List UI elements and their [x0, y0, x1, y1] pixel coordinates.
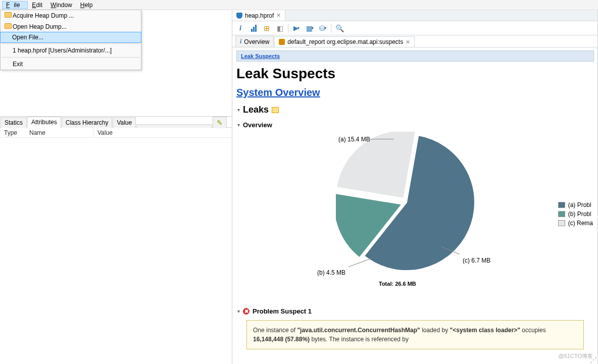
legend-label: (b) Probl — [568, 211, 591, 218]
page-title: Leak Suspects — [236, 66, 594, 82]
search-icon[interactable]: 🔍 — [334, 23, 344, 33]
pie-label-c: (c) 6.7 MB — [463, 257, 490, 264]
pie-chart: (a) 15.4 MB (b) 4.5 MB (c) 6.7 MB Total:… — [237, 132, 593, 301]
close-icon[interactable]: ✕ — [276, 12, 281, 19]
tab-class-hierarchy[interactable]: Class Hierarchy — [62, 117, 113, 128]
editor-area: heap.hprof ✕ i ⊞ ◧ ▶▾ ▦▾ ⛁▾ 🔍 i Overview… — [232, 10, 598, 364]
pie-label-a: (a) 15.4 MB — [338, 136, 370, 143]
resize-grip[interactable]: ⋰ — [590, 356, 596, 364]
section-overview-title: Overview — [243, 121, 272, 129]
twisty-icon[interactable]: ▾ — [237, 107, 240, 113]
section-problem-title: Problem Suspect 1 — [253, 307, 312, 315]
editor-tab-label: heap.hprof — [245, 12, 274, 19]
tab-overview[interactable]: i Overview — [235, 36, 274, 47]
pie-legend: (a) Probl (b) Probl (c) Rema — [558, 201, 593, 229]
tab-attributes[interactable]: Attributes — [27, 117, 61, 128]
editor-tabs: heap.hprof ✕ — [232, 10, 598, 21]
info-icon: i — [240, 38, 241, 45]
menu-open-heap-dump[interactable]: Open Heap Dump... — [1, 21, 141, 32]
menu-item-label: 1 heap.hprof [Users/Administrator/...] — [13, 47, 112, 54]
col-name[interactable]: Name — [25, 128, 93, 138]
col-value[interactable]: Value — [93, 128, 232, 138]
histogram-icon[interactable] — [248, 23, 259, 33]
menu-item-label: Exit — [13, 61, 23, 68]
swatch-b — [558, 211, 565, 217]
heap-icon — [236, 13, 242, 19]
editor-tab-heap[interactable]: heap.hprof ✕ — [232, 10, 285, 21]
tab-default-report[interactable]: default_report org.eclipse.mat.api:suspe… — [274, 36, 415, 47]
suspect-description: One instance of "java.util.concurrent.Co… — [246, 320, 584, 349]
tab-value[interactable]: Value — [113, 117, 136, 128]
menu-window[interactable]: Window — [46, 1, 76, 9]
breadcrumb: Leak Suspects — [236, 50, 594, 62]
tab-statics[interactable]: Statics — [1, 117, 27, 128]
legend-label: (c) Rema — [568, 220, 593, 227]
tab-label: default_report org.eclipse.mat.api:suspe… — [287, 38, 403, 45]
run-icon[interactable]: ▶▾ — [291, 23, 302, 33]
menu-acquire-heap-dump[interactable]: Acquire Heap Dump ... — [1, 10, 141, 21]
report-icon — [279, 39, 285, 45]
menu-edit[interactable]: Edit — [28, 1, 46, 9]
folder-icon — [4, 12, 13, 19]
menu-help[interactable]: Help — [76, 1, 97, 9]
dominator-tree-icon[interactable]: ⊞ — [262, 23, 272, 33]
menu-file[interactable]: File — [2, 1, 28, 9]
info-icon[interactable]: i — [235, 23, 245, 33]
attributes-columns: Type Name Value — [0, 128, 232, 138]
menu-item-label: Open Heap Dump... — [13, 23, 67, 30]
section-leaks-title: Leaks — [243, 105, 269, 115]
editor-toolbar: i ⊞ ◧ ▶▾ ▦▾ ⛁▾ 🔍 — [232, 21, 598, 35]
edit-icon[interactable]: ✎ — [213, 117, 227, 128]
col-type[interactable]: Type — [0, 128, 25, 138]
close-icon[interactable]: ✕ — [406, 39, 410, 45]
oql-icon[interactable]: ◧ — [275, 23, 285, 33]
menu-item-label: Acquire Heap Dump ... — [13, 12, 74, 19]
system-overview-link[interactable]: System Overview — [236, 87, 320, 98]
twisty-icon[interactable]: ▾ — [237, 122, 240, 128]
compare-icon[interactable]: ⛁▾ — [318, 23, 328, 33]
menu-open-file[interactable]: Open File... — [0, 32, 141, 43]
menu-bar: File Edit Window Help — [0, 0, 598, 10]
twisty-icon[interactable]: ▾ — [237, 308, 240, 314]
menu-separator — [2, 43, 140, 44]
menu-item-label: Open File... — [12, 34, 43, 41]
breadcrumb-link[interactable]: Leak Suspects — [241, 53, 280, 59]
legend-label: (a) Probl — [568, 201, 591, 209]
error-icon: ✖ — [243, 308, 250, 315]
swatch-c — [558, 220, 565, 226]
pie-label-b: (b) 4.5 MB — [317, 269, 345, 276]
report-tabs: i Overview default_report org.eclipse.ma… — [232, 35, 598, 47]
watermark: @51CTO博客 — [559, 352, 593, 360]
folder-icon — [4, 23, 13, 30]
menu-separator — [2, 57, 140, 58]
tab-label: Overview — [244, 38, 269, 45]
query-icon[interactable]: ▦▾ — [305, 23, 315, 33]
left-bottom-tabs: Statics Attributes Class Hierarchy Value… — [0, 117, 232, 128]
report-content: Leak Suspects Leak Suspects System Overv… — [232, 47, 598, 364]
file-dropdown: Acquire Heap Dump ... Open Heap Dump... … — [0, 10, 141, 70]
swatch-a — [558, 202, 565, 208]
pie-total: Total: 26.6 MB — [379, 281, 416, 287]
menu-exit[interactable]: Exit — [1, 59, 141, 70]
leaks-icon — [272, 107, 279, 113]
menu-recent-file[interactable]: 1 heap.hprof [Users/Administrator/...] — [1, 45, 141, 56]
pie-svg — [336, 132, 477, 273]
